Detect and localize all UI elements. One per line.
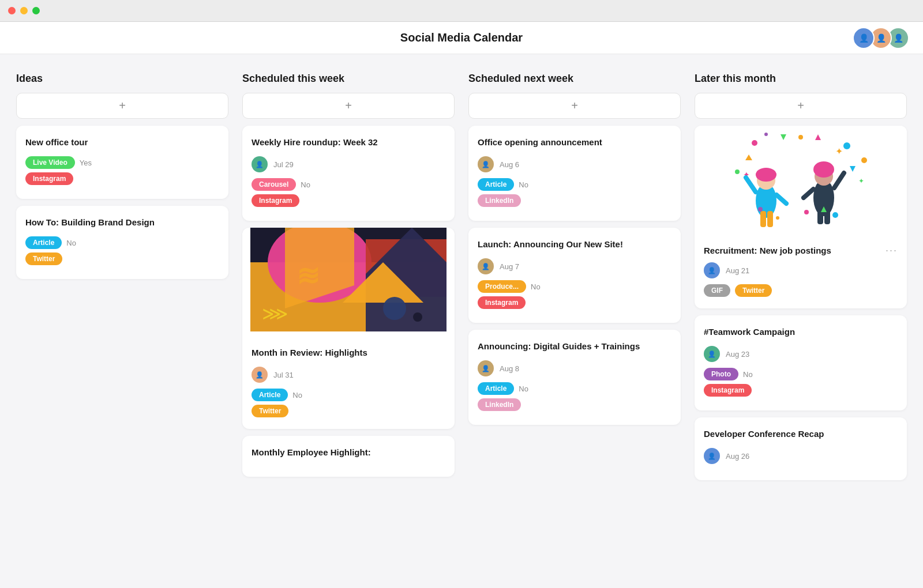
dot-red[interactable] xyxy=(8,7,16,14)
badges-row-2: Instagram xyxy=(25,172,219,185)
badges-row: Article No xyxy=(478,382,671,395)
badge-article: Article xyxy=(25,236,62,249)
avatar-1: 👤 xyxy=(853,27,875,49)
card-meta: 👤 Aug 6 xyxy=(478,156,671,172)
svg-point-15 xyxy=(735,169,740,174)
badge-carousel: Carousel xyxy=(252,178,296,191)
add-scheduled-next-week-button[interactable]: + xyxy=(468,93,681,119)
badges-row: Photo No xyxy=(704,368,898,380)
card-avatar: 👤 xyxy=(478,156,494,172)
badge-value-no: No xyxy=(519,385,528,393)
card-avatar: 👤 xyxy=(478,360,494,376)
card-weekly-hire: Weekly Hire roundup: Week 32 👤 Jul 29 Ca… xyxy=(242,126,455,221)
column-ideas: Ideas + New office tour Live Video Yes I… xyxy=(16,73,228,286)
svg-point-13 xyxy=(798,135,803,140)
card-teamwork-campaign: #Teamwork Campaign 👤 Aug 23 Photo No Ins… xyxy=(695,315,907,410)
badge-twitter: Twitter xyxy=(252,405,288,417)
svg-text:⋙: ⋙ xyxy=(262,303,288,324)
svg-point-16 xyxy=(861,157,867,163)
card-image-review: ≋ ⋙ xyxy=(242,228,455,331)
dot-yellow[interactable] xyxy=(20,7,28,14)
card-date: Jul 31 xyxy=(273,371,294,379)
card-meta: 👤 Aug 8 xyxy=(478,360,671,376)
badge-photo: Photo xyxy=(704,368,738,380)
badges-row: Article No xyxy=(478,178,671,191)
badges-row: GIF Twitter xyxy=(704,284,898,297)
column-scheduled-this-week-header: Scheduled this week xyxy=(242,73,455,85)
badge-article: Article xyxy=(478,382,514,395)
card-date: Aug 23 xyxy=(726,350,749,359)
card-office-opening: Office opening announcement 👤 Aug 6 Arti… xyxy=(468,126,681,221)
card-title: Monthly Employee Highlight: xyxy=(252,446,445,458)
card-month-review: ≋ ⋙ Month in Review: Highlights 👤 Jul 31… xyxy=(242,228,455,429)
card-avatar: 👤 xyxy=(704,346,720,362)
badges-row: Article No xyxy=(252,389,445,401)
add-scheduled-this-week-button[interactable]: + xyxy=(242,93,455,119)
column-scheduled-this-week: Scheduled this week + Weekly Hire roundu… xyxy=(242,73,455,484)
card-date: Aug 7 xyxy=(500,262,519,271)
svg-point-41 xyxy=(832,212,838,218)
main-content: Ideas + New office tour Live Video Yes I… xyxy=(0,54,923,588)
svg-point-42 xyxy=(758,207,763,212)
badge-gif: GIF xyxy=(704,284,730,297)
card-title: Launch: Announcing Our New Site! xyxy=(478,238,671,250)
svg-rect-29 xyxy=(767,211,773,227)
card-date: Aug 8 xyxy=(500,364,519,373)
badges-row-2: Twitter xyxy=(252,405,445,417)
badges-row: Article No xyxy=(25,236,219,249)
badge-article: Article xyxy=(252,389,288,401)
svg-text:✦: ✦ xyxy=(835,146,843,156)
card-title: Developer Conference Recap xyxy=(704,428,898,440)
badge-value-no: No xyxy=(531,282,541,291)
dot-green[interactable] xyxy=(32,7,40,14)
column-later-this-month: Later this month + xyxy=(695,73,907,487)
badge-value-no: No xyxy=(292,391,302,399)
card-title: Month in Review: Highlights xyxy=(252,346,445,359)
badges-row-2: Instagram xyxy=(704,384,898,397)
card-meta: 👤 Aug 7 xyxy=(478,258,671,274)
column-scheduled-next-week: Scheduled next week + Office opening ann… xyxy=(468,73,681,432)
badges-row-2: LinkedIn xyxy=(478,194,671,207)
badges-row-2: Twitter xyxy=(25,252,219,265)
svg-point-12 xyxy=(752,140,757,146)
badge-linkedin: LinkedIn xyxy=(478,398,521,411)
card-recruitment: ✦ ✦ ✦ xyxy=(695,126,907,308)
badge-value-yes: Yes xyxy=(80,159,92,167)
card-title: Weekly Hire roundup: Week 32 xyxy=(252,136,445,148)
badges-row-2: Instagram xyxy=(478,296,671,309)
card-avatar: 👤 xyxy=(478,258,494,274)
badge-instagram: Instagram xyxy=(704,384,752,397)
column-scheduled-next-week-header: Scheduled next week xyxy=(468,73,681,85)
titlebar xyxy=(0,0,923,22)
more-dots-button[interactable]: ··· xyxy=(886,244,898,257)
svg-point-39 xyxy=(804,210,809,214)
card-launch-new-site: Launch: Announcing Our New Site! 👤 Aug 7… xyxy=(468,228,681,323)
card-date: Jul 29 xyxy=(273,160,294,169)
card-title: New office tour xyxy=(25,136,219,148)
badges-row: Carousel No xyxy=(252,178,445,191)
card-meta: 👤 Aug 23 xyxy=(704,346,898,362)
card-avatar: 👤 xyxy=(252,367,268,383)
badges-row: Produce... No xyxy=(478,280,671,293)
celebration-image: ✦ ✦ ✦ xyxy=(695,126,907,229)
card-digital-guides: Announcing: Digital Guides + Trainings 👤… xyxy=(468,330,681,425)
badge-twitter: Twitter xyxy=(25,252,62,265)
badge-value-no: No xyxy=(519,180,528,189)
badge-article: Article xyxy=(478,178,514,191)
card-title: Office opening announcement xyxy=(478,136,671,148)
card-monthly-employee: Monthly Employee Highlight: xyxy=(242,436,455,477)
svg-point-34 xyxy=(813,161,834,178)
badge-twitter: Twitter xyxy=(735,284,772,297)
column-later-this-month-header: Later this month xyxy=(695,73,907,85)
badge-value-no: No xyxy=(743,370,753,379)
svg-point-17 xyxy=(764,133,768,136)
badge-linkedin: LinkedIn xyxy=(478,194,521,207)
add-ideas-button[interactable]: + xyxy=(16,93,228,119)
card-developer-conf: Developer Conference Recap 👤 Aug 26 xyxy=(695,417,907,480)
svg-point-40 xyxy=(776,216,779,220)
card-date: Aug 21 xyxy=(726,266,749,275)
card-building-brand: How To: Building Brand Design Article No… xyxy=(16,206,228,279)
svg-text:✦: ✦ xyxy=(858,177,864,185)
add-later-this-month-button[interactable]: + xyxy=(695,93,907,119)
svg-point-10 xyxy=(413,312,422,322)
